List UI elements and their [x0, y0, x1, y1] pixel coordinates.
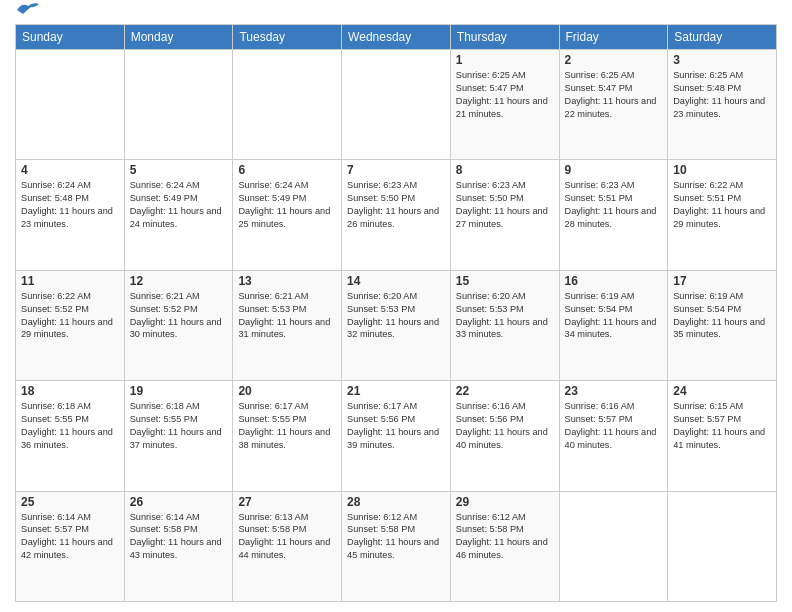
day-number: 7 — [347, 163, 445, 177]
day-info: Sunrise: 6:18 AM Sunset: 5:55 PM Dayligh… — [21, 400, 119, 452]
day-number: 19 — [130, 384, 228, 398]
day-number: 23 — [565, 384, 663, 398]
calendar-cell: 12Sunrise: 6:21 AM Sunset: 5:52 PM Dayli… — [124, 270, 233, 380]
calendar-cell: 21Sunrise: 6:17 AM Sunset: 5:56 PM Dayli… — [342, 381, 451, 491]
day-info: Sunrise: 6:12 AM Sunset: 5:58 PM Dayligh… — [347, 511, 445, 563]
calendar-cell: 1Sunrise: 6:25 AM Sunset: 5:47 PM Daylig… — [450, 50, 559, 160]
calendar-cell: 29Sunrise: 6:12 AM Sunset: 5:58 PM Dayli… — [450, 491, 559, 601]
calendar-cell — [16, 50, 125, 160]
day-info: Sunrise: 6:19 AM Sunset: 5:54 PM Dayligh… — [565, 290, 663, 342]
col-sunday: Sunday — [16, 25, 125, 50]
logo — [15, 10, 39, 18]
day-number: 1 — [456, 53, 554, 67]
logo-bird-icon — [17, 2, 39, 18]
day-number: 18 — [21, 384, 119, 398]
day-number: 3 — [673, 53, 771, 67]
calendar-cell — [668, 491, 777, 601]
col-monday: Monday — [124, 25, 233, 50]
day-number: 5 — [130, 163, 228, 177]
day-number: 20 — [238, 384, 336, 398]
calendar-cell: 8Sunrise: 6:23 AM Sunset: 5:50 PM Daylig… — [450, 160, 559, 270]
day-info: Sunrise: 6:18 AM Sunset: 5:55 PM Dayligh… — [130, 400, 228, 452]
calendar-cell — [124, 50, 233, 160]
day-info: Sunrise: 6:16 AM Sunset: 5:57 PM Dayligh… — [565, 400, 663, 452]
calendar-cell: 7Sunrise: 6:23 AM Sunset: 5:50 PM Daylig… — [342, 160, 451, 270]
day-number: 16 — [565, 274, 663, 288]
day-number: 6 — [238, 163, 336, 177]
day-info: Sunrise: 6:24 AM Sunset: 5:48 PM Dayligh… — [21, 179, 119, 231]
day-info: Sunrise: 6:23 AM Sunset: 5:50 PM Dayligh… — [456, 179, 554, 231]
day-info: Sunrise: 6:25 AM Sunset: 5:47 PM Dayligh… — [565, 69, 663, 121]
day-info: Sunrise: 6:24 AM Sunset: 5:49 PM Dayligh… — [130, 179, 228, 231]
day-info: Sunrise: 6:25 AM Sunset: 5:48 PM Dayligh… — [673, 69, 771, 121]
col-saturday: Saturday — [668, 25, 777, 50]
calendar-cell — [559, 491, 668, 601]
calendar-week-row: 4Sunrise: 6:24 AM Sunset: 5:48 PM Daylig… — [16, 160, 777, 270]
day-number: 15 — [456, 274, 554, 288]
day-info: Sunrise: 6:22 AM Sunset: 5:51 PM Dayligh… — [673, 179, 771, 231]
calendar-week-row: 18Sunrise: 6:18 AM Sunset: 5:55 PM Dayli… — [16, 381, 777, 491]
day-number: 8 — [456, 163, 554, 177]
calendar-cell: 22Sunrise: 6:16 AM Sunset: 5:56 PM Dayli… — [450, 381, 559, 491]
calendar-cell: 9Sunrise: 6:23 AM Sunset: 5:51 PM Daylig… — [559, 160, 668, 270]
header — [15, 10, 777, 18]
calendar-cell: 27Sunrise: 6:13 AM Sunset: 5:58 PM Dayli… — [233, 491, 342, 601]
calendar-cell: 23Sunrise: 6:16 AM Sunset: 5:57 PM Dayli… — [559, 381, 668, 491]
day-info: Sunrise: 6:17 AM Sunset: 5:55 PM Dayligh… — [238, 400, 336, 452]
day-number: 10 — [673, 163, 771, 177]
col-thursday: Thursday — [450, 25, 559, 50]
day-info: Sunrise: 6:14 AM Sunset: 5:58 PM Dayligh… — [130, 511, 228, 563]
day-info: Sunrise: 6:16 AM Sunset: 5:56 PM Dayligh… — [456, 400, 554, 452]
calendar-cell: 18Sunrise: 6:18 AM Sunset: 5:55 PM Dayli… — [16, 381, 125, 491]
calendar-cell: 11Sunrise: 6:22 AM Sunset: 5:52 PM Dayli… — [16, 270, 125, 380]
calendar-cell: 14Sunrise: 6:20 AM Sunset: 5:53 PM Dayli… — [342, 270, 451, 380]
calendar-week-row: 1Sunrise: 6:25 AM Sunset: 5:47 PM Daylig… — [16, 50, 777, 160]
day-info: Sunrise: 6:13 AM Sunset: 5:58 PM Dayligh… — [238, 511, 336, 563]
col-wednesday: Wednesday — [342, 25, 451, 50]
day-info: Sunrise: 6:20 AM Sunset: 5:53 PM Dayligh… — [347, 290, 445, 342]
day-number: 2 — [565, 53, 663, 67]
calendar-cell: 15Sunrise: 6:20 AM Sunset: 5:53 PM Dayli… — [450, 270, 559, 380]
day-number: 29 — [456, 495, 554, 509]
day-number: 13 — [238, 274, 336, 288]
day-info: Sunrise: 6:12 AM Sunset: 5:58 PM Dayligh… — [456, 511, 554, 563]
day-number: 26 — [130, 495, 228, 509]
calendar-cell: 20Sunrise: 6:17 AM Sunset: 5:55 PM Dayli… — [233, 381, 342, 491]
calendar-cell: 2Sunrise: 6:25 AM Sunset: 5:47 PM Daylig… — [559, 50, 668, 160]
day-number: 28 — [347, 495, 445, 509]
calendar-cell: 5Sunrise: 6:24 AM Sunset: 5:49 PM Daylig… — [124, 160, 233, 270]
calendar-cell: 17Sunrise: 6:19 AM Sunset: 5:54 PM Dayli… — [668, 270, 777, 380]
calendar-cell: 24Sunrise: 6:15 AM Sunset: 5:57 PM Dayli… — [668, 381, 777, 491]
page: Sunday Monday Tuesday Wednesday Thursday… — [0, 0, 792, 612]
calendar-cell: 19Sunrise: 6:18 AM Sunset: 5:55 PM Dayli… — [124, 381, 233, 491]
day-info: Sunrise: 6:25 AM Sunset: 5:47 PM Dayligh… — [456, 69, 554, 121]
calendar-cell — [342, 50, 451, 160]
day-number: 17 — [673, 274, 771, 288]
day-info: Sunrise: 6:24 AM Sunset: 5:49 PM Dayligh… — [238, 179, 336, 231]
day-info: Sunrise: 6:23 AM Sunset: 5:50 PM Dayligh… — [347, 179, 445, 231]
calendar-header-row: Sunday Monday Tuesday Wednesday Thursday… — [16, 25, 777, 50]
day-number: 24 — [673, 384, 771, 398]
day-number: 4 — [21, 163, 119, 177]
day-number: 9 — [565, 163, 663, 177]
day-number: 25 — [21, 495, 119, 509]
day-info: Sunrise: 6:17 AM Sunset: 5:56 PM Dayligh… — [347, 400, 445, 452]
calendar-week-row: 25Sunrise: 6:14 AM Sunset: 5:57 PM Dayli… — [16, 491, 777, 601]
calendar-cell: 16Sunrise: 6:19 AM Sunset: 5:54 PM Dayli… — [559, 270, 668, 380]
calendar-cell: 25Sunrise: 6:14 AM Sunset: 5:57 PM Dayli… — [16, 491, 125, 601]
calendar-cell: 4Sunrise: 6:24 AM Sunset: 5:48 PM Daylig… — [16, 160, 125, 270]
calendar-cell: 10Sunrise: 6:22 AM Sunset: 5:51 PM Dayli… — [668, 160, 777, 270]
day-info: Sunrise: 6:20 AM Sunset: 5:53 PM Dayligh… — [456, 290, 554, 342]
calendar-cell: 13Sunrise: 6:21 AM Sunset: 5:53 PM Dayli… — [233, 270, 342, 380]
calendar-table: Sunday Monday Tuesday Wednesday Thursday… — [15, 24, 777, 602]
col-friday: Friday — [559, 25, 668, 50]
col-tuesday: Tuesday — [233, 25, 342, 50]
calendar-week-row: 11Sunrise: 6:22 AM Sunset: 5:52 PM Dayli… — [16, 270, 777, 380]
calendar-cell: 6Sunrise: 6:24 AM Sunset: 5:49 PM Daylig… — [233, 160, 342, 270]
day-info: Sunrise: 6:19 AM Sunset: 5:54 PM Dayligh… — [673, 290, 771, 342]
day-info: Sunrise: 6:14 AM Sunset: 5:57 PM Dayligh… — [21, 511, 119, 563]
day-number: 14 — [347, 274, 445, 288]
day-info: Sunrise: 6:22 AM Sunset: 5:52 PM Dayligh… — [21, 290, 119, 342]
day-info: Sunrise: 6:21 AM Sunset: 5:53 PM Dayligh… — [238, 290, 336, 342]
day-info: Sunrise: 6:23 AM Sunset: 5:51 PM Dayligh… — [565, 179, 663, 231]
